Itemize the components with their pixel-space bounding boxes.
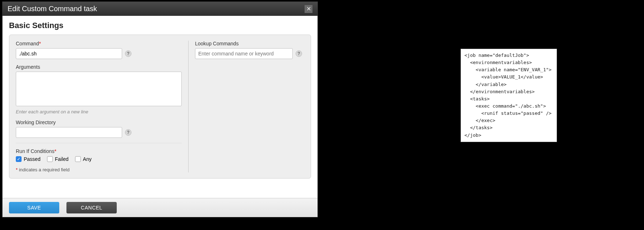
modal-header: Edit Custom Command task ✕ [3,2,318,16]
help-icon[interactable]: ? [125,50,131,57]
help-icon[interactable]: ? [125,129,131,136]
required-asterisk: * [39,41,41,46]
help-icon[interactable]: ? [296,50,302,57]
save-button[interactable]: SAVE [9,202,59,213]
edit-task-modal: Edit Custom Command task ✕ Basic Setting… [2,1,318,217]
basic-settings-box: Command* ? Arguments Enter each argument… [9,35,311,179]
right-column: Lookup Commands ? [188,41,304,172]
checkbox-failed[interactable] [47,156,53,162]
runif-checkboxes: ✓ Passed Failed Any [16,156,182,162]
checkbox-passed-label: Passed [24,156,41,162]
runif-failed: Failed [47,156,69,162]
modal-body: Basic Settings Command* ? Arguments Ente… [3,16,318,198]
working-directory-label: Working Directory [16,119,182,125]
checkbox-failed-label: Failed [55,156,69,162]
left-column: Command* ? Arguments Enter each argument… [16,41,188,172]
runif-label: Run If Conditions* [16,148,182,154]
section-title: Basic Settings [9,21,311,30]
close-icon[interactable]: ✕ [305,5,312,13]
xml-code-snippet: <job name="defaultJob"> <environmentvari… [460,49,557,142]
required-asterisk: * [54,148,56,154]
working-directory-input[interactable] [16,127,122,138]
checkbox-passed[interactable]: ✓ [16,156,22,162]
lookup-label: Lookup Commands [195,41,304,46]
divider [16,143,182,143]
checkbox-any[interactable] [75,156,81,162]
runif-passed: ✓ Passed [16,156,41,162]
lookup-input[interactable] [195,48,293,59]
command-input[interactable] [16,48,122,59]
arguments-hint: Enter each argument on a new line [16,109,182,114]
checkbox-any-label: Any [83,156,92,162]
modal-footer: SAVE CANCEL [3,198,318,217]
cancel-button[interactable]: CANCEL [66,202,117,213]
arguments-textarea[interactable] [16,72,182,106]
runif-any: Any [75,156,92,162]
arguments-label: Arguments [16,64,182,70]
command-label: Command* [16,41,182,46]
modal-title: Edit Custom Command task [8,5,97,13]
required-note: * indicates a required field [16,167,182,172]
